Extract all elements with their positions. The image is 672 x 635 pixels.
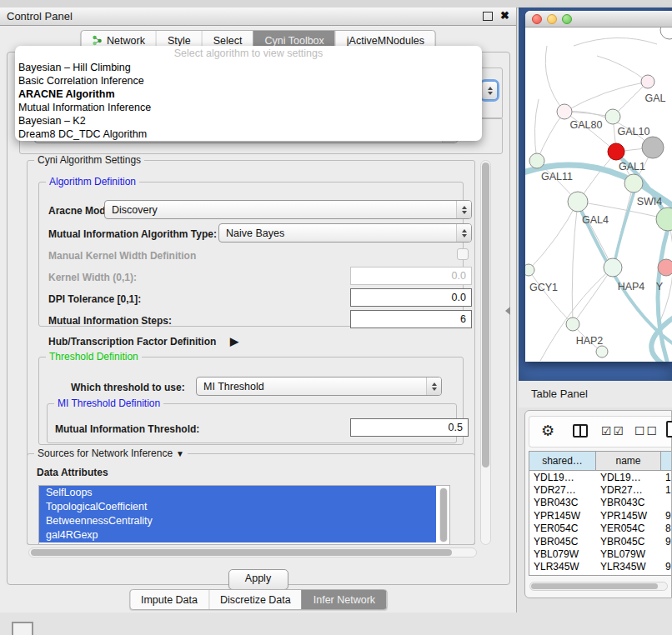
table-cell: YBR043C [529,497,596,508]
network-node[interactable] [568,192,588,212]
column-header-name[interactable]: name [596,452,661,470]
table-row[interactable]: YLR345WYLR345W9. [529,561,671,573]
table-cell: YLR345W [529,561,596,572]
network-node-label: GAL11 [541,171,573,182]
network-node[interactable] [605,109,620,124]
minimized-panel-icon[interactable] [12,622,33,635]
apply-button[interactable]: Apply [228,569,288,590]
dropdown-item[interactable]: Mutual Information Inference [15,101,482,114]
table-row[interactable]: YBR045CYBR045C9. [529,535,671,548]
hub-definition-label: Hub/Transcription Factor Definition [48,336,216,348]
network-edge [529,270,573,324]
table-row[interactable]: YDL19…YDL19…13 [529,471,671,483]
table-row[interactable]: YER054CYER054C8. [529,522,671,535]
network-node[interactable] [624,174,643,192]
combobox-stepper-icon [456,224,471,242]
which-threshold-combobox[interactable]: MI Threshold [196,377,442,396]
manual-kernel-checkbox[interactable] [457,248,469,260]
table-toolbar: ⚙ ☑☑ ☐☐ [529,416,671,448]
column-header-shared-name[interactable]: shared… [529,452,596,470]
table-cell: 9. [661,561,671,572]
network-node[interactable] [608,143,624,160]
table-row[interactable]: YPR145WYPR145W9. [529,509,671,522]
network-graph[interactable]: GALGAL80GAL10GAL1GAL11SWI4GAL4GCY1HAP4YH… [525,28,672,362]
network-node[interactable] [557,104,572,119]
mi-threshold-field[interactable]: 0.5 [350,418,469,437]
dropdown-item[interactable]: Basic Correlation Inference [15,74,482,88]
minimize-traffic-light-icon[interactable] [547,14,557,24]
table-cell: YIL052C [596,574,661,576]
table-cell: YER054C [596,522,661,534]
which-threshold-value: MI Threshold [203,381,264,392]
network-edge [597,56,648,82]
column-header-partial[interactable] [661,452,671,470]
network-node[interactable] [658,259,672,276]
table-cell: YIL052C [529,574,596,576]
settings-horizontal-scrollbar[interactable] [28,548,477,558]
attributes-scrollbar[interactable] [439,488,448,542]
network-node[interactable] [641,75,654,88]
dropdown-item-selected[interactable]: ARACNE Algorithm [15,88,482,101]
table-cell: YBR045C [596,536,661,548]
network-node[interactable] [529,153,544,168]
deselect-all-checkboxes-icon[interactable]: ☐☐ [634,424,659,438]
network-node[interactable] [656,208,672,231]
network-node[interactable] [642,137,664,158]
network-node-label: GAL [644,92,665,104]
mi-steps-field[interactable]: 6 [350,310,472,328]
tab-discretize-data[interactable]: Discretize Data [208,590,302,609]
table-cell: YDL19… [596,472,661,483]
close-traffic-light-icon[interactable] [532,14,542,24]
aracne-mode-combobox[interactable]: Discovery [104,200,472,219]
zoom-traffic-light-icon[interactable] [562,14,572,24]
table-cell: 12 [661,484,671,496]
network-window-titlebar[interactable] [525,11,672,28]
close-icon[interactable]: ✖ [500,9,509,22]
network-node[interactable] [596,346,608,358]
table-row[interactable]: YBL079WYBL079W [529,548,671,560]
float-window-icon[interactable] [483,12,493,21]
kernel-width-field[interactable]: 0.0 [350,267,472,285]
attribute-item-selected[interactable]: SelfLoops [39,486,436,500]
threshold-definition-title: Threshold Definition [46,351,142,362]
attribute-item-selected[interactable]: gal4RGexp [39,528,436,542]
splitpane-collapse-handle[interactable] [505,307,510,315]
mi-type-combobox[interactable]: Naive Bayes [218,223,472,242]
tab-impute-data[interactable]: Impute Data [130,590,208,609]
network-node[interactable] [660,28,672,39]
table-cell: YDL19… [529,472,596,483]
table-row[interactable]: YIL052CYIL052C9 [529,573,671,576]
attribute-item-selected[interactable]: TopologicalCoefficient [39,500,436,514]
network-node[interactable] [525,264,534,276]
gear-icon[interactable]: ⚙ [541,422,554,439]
network-canvas[interactable]: GALGAL80GAL10GAL1GAL11SWI4GAL4GCY1HAP4YH… [525,28,672,362]
network-node-label: GAL80 [570,119,603,131]
dpi-tolerance-field[interactable]: 0.0 [350,288,472,307]
table-row[interactable]: YDR27…YDR27…12 [529,483,671,496]
dropdown-item[interactable]: Bayesian – K2 [15,114,482,128]
columns-icon[interactable] [573,424,588,438]
attribute-item-selected[interactable]: BetweennessCentrality [39,514,436,528]
mi-threshold-definition-title: MI Threshold Definition [54,398,163,409]
network-node[interactable] [604,258,622,277]
data-attributes-list[interactable]: SelfLoops TopologicalCoefficient Between… [38,485,450,545]
select-all-checkboxes-icon[interactable]: ☑☑ [601,424,625,438]
network-edge [573,268,613,324]
table-header-row: shared… name [529,452,671,471]
dropdown-item[interactable]: Bayesian – Hill Climbing [15,61,482,74]
network-node[interactable] [566,318,579,331]
document-icon[interactable] [666,421,672,438]
table-cell: 9. [661,536,671,548]
table-row[interactable]: YBR043CYBR043C [529,497,671,509]
hub-expand-arrow-icon[interactable]: ▶ [230,335,238,348]
network-edge [574,38,657,46]
network-edge-highlighted [614,191,634,264]
table-panel-title: Table Panel [531,388,588,400]
dropdown-item[interactable]: Dream8 DC_TDC Algorithm [15,128,482,141]
settings-vertical-scrollbar[interactable] [480,160,491,545]
dropdown-placeholder: Select algorithm to view settings [15,48,482,61]
tab-infer-network[interactable]: Infer Network [302,590,386,609]
sources-collapse-arrow-icon[interactable]: ▼ [176,449,184,458]
table-horizontal-scrollbar[interactable] [529,582,668,591]
control-panel-titlebar[interactable]: Control Panel ✖ [0,8,516,26]
